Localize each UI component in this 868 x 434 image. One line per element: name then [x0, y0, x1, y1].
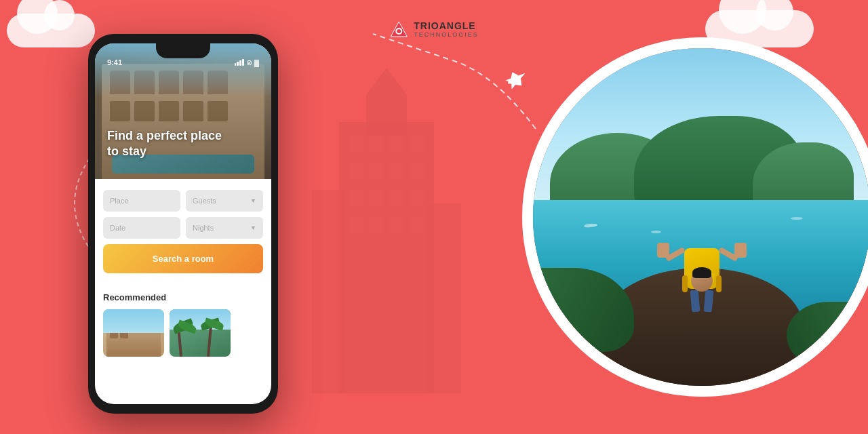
guests-arrow: ▼ [250, 197, 256, 204]
hero-line1: Find a perfect place [107, 129, 222, 142]
svg-rect-21 [410, 217, 424, 234]
status-icons: ⊗ ▓ [235, 58, 259, 67]
recommended-section: Recommended [95, 284, 271, 357]
signal-icon [235, 59, 244, 66]
phone-screen: 9:41 ⊗ ▓ [95, 43, 271, 404]
travel-photo [533, 48, 868, 386]
phone-mockup: 9:41 ⊗ ▓ [88, 34, 278, 414]
svg-rect-20 [390, 217, 403, 234]
svg-rect-13 [410, 163, 424, 180]
nights-label: Nights [193, 224, 214, 232]
svg-marker-24 [505, 68, 528, 89]
nights-arrow: ▼ [250, 224, 256, 231]
svg-rect-14 [349, 190, 363, 207]
svg-point-2 [397, 29, 401, 33]
search-button[interactable]: Search a room [103, 244, 263, 273]
date-label: Date [110, 224, 125, 232]
phone-body: 9:41 ⊗ ▓ [88, 34, 278, 414]
travel-photo-circle [522, 37, 868, 397]
recommended-title: Recommended [103, 292, 263, 302]
search-form[interactable]: Place Guests ▼ Date Nights ▼ [95, 179, 271, 284]
date-input[interactable]: Date [103, 217, 180, 239]
logo-text: TRIOANGLE TECHNOLOGIES [414, 21, 479, 38]
svg-rect-11 [370, 163, 383, 180]
form-row-2: Date Nights ▼ [103, 217, 263, 239]
battery-icon: ▓ [254, 59, 259, 66]
logo-subtitle: TECHNOLOGIES [414, 32, 479, 39]
logo-icon [389, 20, 408, 39]
logo-area: TRIOANGLE TECHNOLOGIES [389, 20, 479, 39]
guests-input[interactable]: Guests ▼ [186, 190, 263, 212]
svg-rect-22 [312, 190, 346, 393]
rec-card-2[interactable] [170, 309, 231, 357]
hero-line2: to stay [107, 144, 146, 158]
guests-label: Guests [193, 197, 216, 205]
traveler-figure [684, 248, 719, 292]
svg-rect-16 [390, 190, 403, 207]
hero-text: Find a perfect place to stay [107, 128, 222, 159]
place-input[interactable]: Place [103, 190, 180, 212]
svg-rect-17 [410, 190, 424, 207]
status-time: 9:41 [107, 58, 122, 66]
form-row-1: Place Guests ▼ [103, 190, 263, 212]
svg-rect-10 [349, 163, 363, 180]
cloud-left [7, 14, 95, 47]
svg-rect-18 [349, 217, 363, 234]
svg-rect-19 [370, 217, 383, 234]
search-button-label: Search a room [153, 254, 214, 264]
svg-rect-23 [427, 203, 461, 393]
logo-name: TRIOANGLE [414, 21, 479, 31]
wifi-icon: ⊗ [246, 58, 252, 67]
status-bar: 9:41 ⊗ ▓ [107, 56, 259, 69]
nights-input[interactable]: Nights ▼ [186, 217, 263, 239]
rec-card-1[interactable] [103, 309, 164, 357]
recommended-cards [103, 309, 263, 357]
place-label: Place [110, 197, 129, 205]
svg-rect-12 [390, 163, 403, 180]
svg-rect-15 [370, 190, 383, 207]
